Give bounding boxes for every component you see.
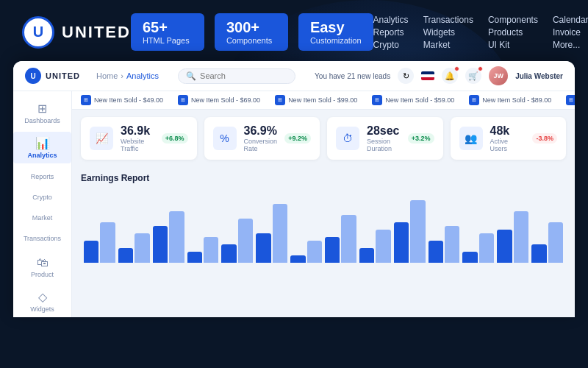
sidebar-item-widgets[interactable]: ◇ Widgets: [13, 286, 71, 317]
chart-bar-light-9: [410, 200, 425, 263]
sidebar-reports-label: Reports: [31, 173, 54, 180]
nav-col-0: Analytics Reports Crypto: [373, 15, 409, 50]
chart-bar-light-2: [169, 211, 184, 263]
nav-transactions[interactable]: Transactions: [423, 15, 473, 25]
chart-bar-dark-5: [256, 233, 270, 263]
stat-card-2: ⏱ 28sec Session Duration +3.2%: [327, 117, 443, 160]
nav-widgets[interactable]: Widgets: [423, 27, 473, 38]
chart-bar-dark-10: [429, 241, 443, 263]
sidebar-item-dashboards[interactable]: ⊞ Dashboards: [13, 97, 71, 129]
stat-label-0: HTML Pages: [143, 36, 193, 45]
sidebar-item-market[interactable]: Market: [13, 208, 71, 225]
chart-bar-group-3: [187, 237, 219, 263]
sidebar-crypto-label: Crypto: [32, 194, 52, 201]
chart-bar-group-8: [359, 230, 391, 263]
users-icon: 👥: [459, 127, 483, 150]
traffic-value: 36.9k: [121, 124, 154, 138]
dash-header: U UNITED Home › Analytics 🔍 You have 21 …: [13, 61, 575, 91]
chart-bar-dark-6: [290, 255, 305, 263]
session-change: +3.2%: [408, 133, 434, 144]
cart-badge: [478, 66, 483, 71]
sidebar-widgets-label: Widgets: [30, 305, 54, 313]
chart-bar-group-6: [290, 241, 322, 263]
session-value: 28sec: [367, 124, 401, 138]
chart-bar-group-9: [394, 200, 426, 263]
sidebar: ⊞ Dashboards 📊 Analytics Reports Crypto …: [13, 91, 72, 317]
chart-bar-light-5: [273, 204, 287, 263]
nav-market[interactable]: Market: [423, 40, 473, 50]
stat-badge-2: Easy Customization: [298, 13, 373, 51]
nav-uikit[interactable]: UI Kit: [488, 40, 538, 50]
sidebar-item-product[interactable]: 🛍 Product: [13, 252, 71, 283]
avatar[interactable]: JW: [489, 66, 508, 85]
stat-label-2: Customization: [310, 36, 362, 45]
flag-icon[interactable]: [421, 71, 434, 80]
ticker-item-3: ⊞ New Item Sold - $59.00: [372, 95, 454, 105]
dash-body: ⊞ Dashboards 📊 Analytics Reports Crypto …: [13, 91, 575, 317]
logo-icon: U: [22, 16, 54, 49]
sidebar-item-transactions[interactable]: Transactions: [13, 228, 71, 246]
ticker-text-2: New Item Sold - $99.00: [288, 96, 357, 104]
ticker-text-1: New Item Sold - $69.00: [191, 96, 260, 104]
stat-card-info-3: 48k Active Users: [490, 124, 526, 152]
stat-card-3: 👥 48k Active Users -3.8%: [451, 117, 567, 160]
stat-card-info-1: 36.9% Conversion Rate: [244, 124, 278, 152]
traffic-label: Website Traffic: [121, 138, 154, 152]
stat-card-0: 📈 36.9k Website Traffic +6.8%: [81, 117, 197, 160]
stats-cards: 📈 36.9k Website Traffic +6.8% % 36.9% Co…: [72, 110, 575, 167]
ticker-dot-3: ⊞: [372, 95, 382, 105]
product-icon: 🛍: [37, 256, 49, 269]
ticker-dot-0: ⊞: [81, 95, 91, 105]
chart-bar-light-6: [307, 241, 322, 263]
nav-analytics[interactable]: Analytics: [373, 15, 409, 25]
stat-num-0: 65+: [143, 19, 193, 36]
traffic-change: +6.8%: [162, 133, 188, 144]
users-label: Active Users: [490, 138, 526, 152]
breadcrumb-home[interactable]: Home: [96, 71, 118, 80]
sidebar-item-reports[interactable]: Reports: [13, 166, 71, 184]
nav-reports[interactable]: Reports: [373, 27, 409, 38]
chart-bar-group-2: [153, 211, 184, 263]
nav-more[interactable]: More...: [553, 40, 588, 50]
brand-name: UNITED: [62, 23, 131, 42]
nav-crypto[interactable]: Crypto: [373, 40, 409, 50]
chart-bar-group-11: [462, 233, 494, 263]
chart-bar-light-7: [341, 215, 356, 263]
sidebar-dashboards-label: Dashboards: [24, 117, 60, 124]
ticker-dot-4: ⊞: [469, 95, 479, 105]
sidebar-item-analytics[interactable]: 📊 Analytics: [13, 132, 71, 163]
chart-bar-dark-1: [118, 248, 133, 263]
stat-num-1: 300+: [226, 19, 276, 36]
nav-components[interactable]: Components: [488, 15, 538, 25]
nav-calendar[interactable]: Calendar: [553, 15, 588, 25]
search-box[interactable]: 🔍: [178, 68, 295, 84]
brand-logo: U UNITED: [22, 16, 131, 49]
notification-icon[interactable]: 🔔: [442, 68, 458, 84]
dash-logo: U UNITED: [25, 68, 80, 84]
nav-menu: Analytics Reports Crypto Transactions Wi…: [373, 15, 588, 50]
analytics-icon: 📊: [35, 136, 50, 150]
users-value: 48k: [490, 124, 526, 138]
header-right: You have 21 new leads ↻ 🔔 🛒 JW Julia Web…: [315, 66, 563, 85]
chart-bar-dark-9: [394, 222, 409, 263]
sidebar-product-label: Product: [31, 271, 54, 278]
search-input[interactable]: [200, 71, 287, 80]
chart-bar-group-5: [256, 204, 287, 263]
ticker-dot-5: ⊞: [566, 95, 575, 105]
breadcrumb: Home › Analytics: [96, 71, 159, 80]
chart-bar-dark-4: [221, 244, 236, 263]
nav-col-2: Components Products UI Kit: [488, 15, 538, 50]
dash-logo-text: UNITED: [46, 71, 80, 80]
nav-invoice[interactable]: Invoice: [553, 27, 588, 38]
traffic-icon: 📈: [90, 127, 113, 150]
cart-icon[interactable]: 🛒: [465, 68, 481, 84]
chart-bar-light-4: [238, 219, 253, 263]
chart-bar-dark-3: [187, 252, 202, 263]
refresh-icon[interactable]: ↻: [398, 68, 414, 84]
sidebar-item-crypto[interactable]: Crypto: [13, 187, 71, 205]
conversion-change: +9.2%: [284, 133, 311, 144]
nav-products[interactable]: Products: [488, 27, 538, 38]
chart-bar-light-12: [514, 211, 528, 263]
chart-bar-group-12: [497, 211, 528, 263]
user-name: Julia Webster: [515, 72, 563, 80]
